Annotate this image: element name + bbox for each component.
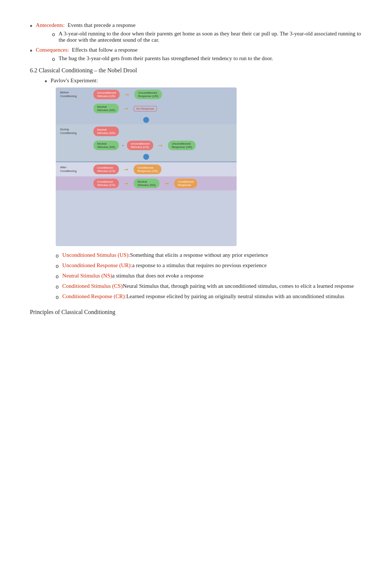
diagram-row-after-1: AfterConditioning ConditionedStimulus (C…	[56, 162, 237, 176]
diagram-row-purple-1: ConditionedStimulus (CS) ➞ NeutralStimul…	[56, 176, 237, 190]
def-body-cs: Neural Stimulus that, through pairing wi…	[123, 283, 354, 289]
pavlov-label: Pavlov's Experiment:	[51, 77, 98, 84]
diagram-dot-2	[56, 152, 237, 161]
principles-heading: Principles of Classical Conditioning	[30, 309, 362, 315]
diagram-row-during-2: NeutralStimulus (NS) + UnconditionedStim…	[56, 138, 237, 152]
arrow-3: ➞	[158, 142, 163, 149]
antecedents-section: ■ Antecedents: Events that precede a res…	[30, 22, 362, 43]
bullet-icon-antecedents: ■	[30, 24, 32, 28]
consequences-sub-list: o The hug the 3-year-old gets from their…	[52, 55, 362, 62]
diagram-row2-pills: NeutralStimulus (NS) ➞ No Response	[93, 104, 157, 113]
arrow-1: ➞	[125, 92, 129, 98]
diagram-row4-pills: NeutralStimulus (NS) + UnconditionedStim…	[93, 141, 196, 150]
antecedents-text: Antecedents: Events that precede a respo…	[36, 22, 135, 28]
arrow-4: ➞	[124, 166, 128, 173]
diagram-row-before-2: NeutralStimulus (NS) ➞ No Response	[56, 101, 237, 115]
def-item-cr: o Conditioned Response (CR):Learned resp…	[56, 293, 362, 300]
definition-list: o Unconditioned Stimulus (US):Something …	[56, 252, 362, 300]
pill-ns-during-2: NeutralStimulus (NS)	[93, 141, 119, 150]
pill-us-during: UnconditionedStimulus (US)	[127, 141, 153, 150]
consequences-label: Consequences:	[36, 47, 69, 53]
def-text-ur: Unconditioned Response (UR):a response t…	[62, 262, 267, 269]
content-area: ■ Antecedents: Events that precede a res…	[30, 22, 362, 315]
diagram-row5-pills: ConditionedStimulus (CS) ➞ ConditionedRe…	[93, 165, 161, 174]
dot-blue-1	[143, 117, 149, 123]
def-item-us: o Unconditioned Stimulus (US):Something …	[56, 252, 362, 259]
arrow-2: ➞	[124, 106, 128, 112]
diagram-label-during: DuringConditioning	[60, 128, 93, 135]
consequences-section: ■ Consequences: Effects that follow a re…	[30, 47, 362, 62]
section-heading: 6.2 Classical Conditioning – the Nobel D…	[30, 67, 362, 74]
def-text-us: Unconditioned Stimulus (US):Something th…	[62, 252, 268, 258]
pill-ns-during: NeutralStimulus (NS)	[93, 127, 119, 136]
def-bullet-us: o	[56, 253, 59, 259]
def-body-ur: a response to a stimulus that requires n…	[132, 262, 267, 268]
antecedents-example-text: A 3-year-old running to the door when th…	[59, 31, 362, 43]
def-label-ns: Neutral Stimulus (NS)	[62, 273, 112, 279]
def-text-ns: Neutral Stimulus (NS)a stimulus that doe…	[62, 273, 204, 279]
antecedents-bullet: ■ Antecedents: Events that precede a res…	[30, 22, 362, 28]
def-body-ns: a stimulus that does not evoke a respons…	[112, 273, 204, 279]
diagram-dot-1	[56, 115, 237, 124]
consequences-example-text: The hug the 3-year-old gets from their p…	[59, 55, 273, 62]
def-label-ur: Unconditioned Response (UR):	[62, 262, 132, 268]
bullet-icon-pavlov: ■	[45, 79, 47, 83]
pill-no-response: No Response	[134, 106, 157, 111]
consequences-example-item: o The hug the 3-year-old gets from their…	[52, 55, 362, 62]
def-body-cr: Learned response elicited by pairing an …	[126, 293, 344, 299]
pill-cr-purple: ConditionedResponse	[174, 179, 197, 188]
pavlov-experiment-label: ■ Pavlov's Experiment:	[45, 77, 362, 84]
antecedents-sub-list: o A 3-year-old running to the door when …	[52, 31, 362, 43]
consequences-def: Effects that follow a response	[71, 47, 138, 53]
def-item-ns: o Neutral Stimulus (NS)a stimulus that d…	[56, 273, 362, 279]
def-label-cr: Conditioned Response (CR):	[62, 293, 126, 299]
diagram-row1-pills: UnconditionedStimulus (US) ➞ Uncondition…	[93, 90, 162, 99]
diagram-row-purple-pills: ConditionedStimulus (CS) ➞ NeutralStimul…	[93, 179, 197, 188]
diagram-row3-pills: NeutralStimulus (NS)	[93, 127, 119, 136]
diagram-label-before: BeforeConditioning	[60, 91, 93, 99]
def-bullet-cs: o	[56, 284, 59, 290]
plus-sign: +	[122, 144, 124, 148]
def-item-ur: o Unconditioned Response (UR):a response…	[56, 262, 362, 269]
bullet-icon-consequences: ■	[30, 48, 32, 52]
pavlov-diagram: BeforeConditioning UnconditionedStimulus…	[56, 87, 237, 246]
def-label-us: Unconditioned Stimulus (US):	[62, 252, 130, 258]
diagram-row-during-1: DuringConditioning NeutralStimulus (NS)	[56, 124, 237, 138]
antecedents-label: Antecedents:	[36, 22, 65, 28]
arrow-6: ➞	[165, 180, 169, 187]
consequences-text: Consequences: Effects that follow a resp…	[36, 47, 138, 53]
pill-cs-purple: ConditionedStimulus (CS)	[93, 179, 119, 188]
diagram-row-before-1: BeforeConditioning UnconditionedStimulus…	[56, 87, 237, 101]
def-text-cs: Conditioned Stimulus (CS)Neural Stimulus…	[62, 283, 354, 289]
pill-ns-purple: NeutralStimulus (NS)	[134, 179, 159, 188]
pill-cs-after: ConditionedStimulus (CS)	[93, 165, 119, 174]
pill-ns-1: NeutralStimulus (NS)	[93, 104, 119, 113]
pill-us-1: UnconditionedStimulus (US)	[93, 90, 120, 99]
dot-blue-2	[143, 154, 149, 160]
antecedents-example-item: o A 3-year-old running to the door when …	[52, 31, 362, 43]
pill-cr-after: ConditionedResponse (CR)	[134, 165, 161, 174]
def-bullet-cr: o	[56, 294, 59, 300]
def-bullet-ns: o	[56, 273, 59, 279]
def-body-us: Something that elicits a response withou…	[130, 252, 268, 258]
consequences-bullet: ■ Consequences: Effects that follow a re…	[30, 47, 362, 53]
pavlov-section: ■ Pavlov's Experiment: BeforeConditionin…	[45, 77, 362, 300]
def-bullet-ur: o	[56, 263, 59, 269]
def-label-cs: Conditioned Stimulus (CS)	[62, 283, 123, 289]
sub-bullet-o2: o	[52, 56, 55, 62]
antecedents-def: Events that precede a response	[66, 22, 135, 28]
pill-ur-1: UnconditionedResponse (UR)	[134, 90, 162, 99]
arrow-5: ➞	[124, 180, 128, 187]
pill-ur-during: UnconditionedResponse (UR)	[168, 141, 196, 150]
def-item-cs: o Conditioned Stimulus (CS)Neural Stimul…	[56, 283, 362, 290]
diagram-label-after: AfterConditioning	[60, 166, 93, 173]
def-text-cr: Conditioned Response (CR):Learned respon…	[62, 293, 344, 300]
sub-bullet-o1: o	[52, 31, 55, 37]
